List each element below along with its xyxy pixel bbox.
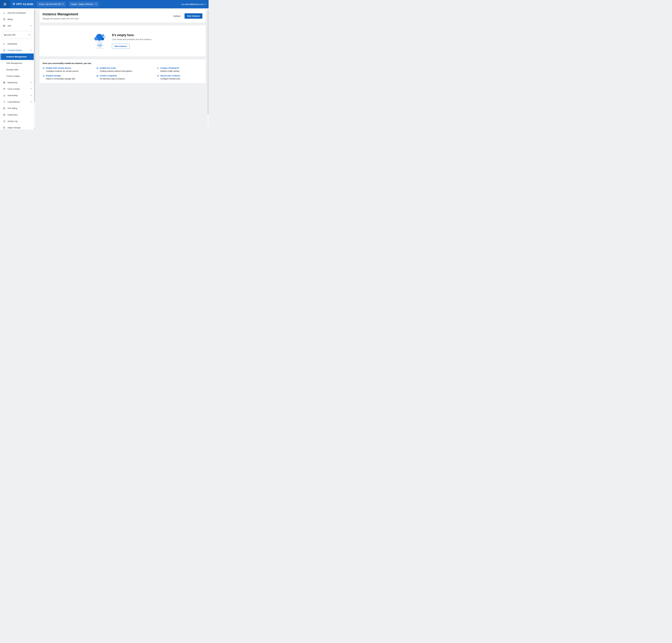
feature-link[interactable]: Enable SSH remote access bbox=[46, 67, 96, 69]
brand-text: FPT CLOUD bbox=[16, 2, 33, 6]
feature-description: Attach a removeable storage disk. bbox=[46, 78, 96, 80]
sidebar-scrollbar[interactable] bbox=[34, 8, 35, 130]
sidebar-item-label: Load Balancer bbox=[8, 101, 20, 103]
refresh-button[interactable]: Refresh bbox=[173, 15, 181, 17]
hamburger-menu-button[interactable] bbox=[0, 0, 10, 8]
autoscaling-icon bbox=[3, 94, 5, 97]
feature-link[interactable]: Secure your instance bbox=[160, 75, 203, 77]
resize-icon bbox=[96, 67, 98, 69]
bar-chart-icon bbox=[3, 43, 5, 45]
tenant-selector[interactable]: Tenant: My New ORG-007 bbox=[37, 2, 65, 7]
sidebar-item-label: IAM bbox=[8, 25, 11, 27]
sidebar-item-dashboard[interactable]: Dashboard bbox=[0, 40, 34, 47]
feature-link[interactable]: Assign a Floating IP bbox=[160, 67, 203, 69]
chevron-down-icon bbox=[30, 95, 32, 96]
chevron-down-icon bbox=[30, 88, 32, 89]
sidebar-item-iam[interactable]: IAM bbox=[0, 23, 34, 29]
sidebar-item-custom-images[interactable]: Custom Images bbox=[0, 73, 34, 79]
sidebar-item-kubernetes[interactable]: Kubernetes bbox=[0, 111, 34, 118]
sidebar-item-billing[interactable]: Billing bbox=[0, 16, 34, 23]
terminal-icon bbox=[42, 67, 45, 69]
chevron-down-icon bbox=[30, 25, 32, 26]
feature-enable-ssh: Enable SSH remote access Configure insta… bbox=[42, 67, 96, 72]
feature-description: Configure instance for remote access. bbox=[46, 70, 96, 72]
feature-floating-ip: Assign a Floating IP Redirect traffic qu… bbox=[157, 67, 203, 72]
feature-description: Scaling instance without interruptions. bbox=[100, 70, 157, 72]
cloud-illustration bbox=[93, 33, 107, 49]
tenant-value: My New ORG-007 bbox=[46, 3, 61, 5]
feature-expand-storage: Expand storage Attach a removeable stora… bbox=[42, 75, 96, 80]
empty-state-subtitle: Let’s create and provision your first in… bbox=[112, 38, 152, 40]
sidebar-item-label: Activity Log bbox=[8, 120, 17, 122]
topbar: FPT CLOUD Tenant: My New ORG-007 Region:… bbox=[0, 0, 209, 8]
sidebar-item-users-roles[interactable]: Users & Roles bbox=[0, 86, 34, 92]
sidebar-item-vpc-billing[interactable]: VPC Billing bbox=[0, 105, 34, 111]
sidebar-item-label: Networking bbox=[8, 82, 17, 84]
monitor-icon bbox=[3, 49, 5, 51]
features-heading: Once you successfully created an instanc… bbox=[42, 62, 203, 64]
feature-description: On-demand copy of instance. bbox=[100, 78, 157, 80]
sidebar-item-autoscaling[interactable]: Autoscaling bbox=[0, 92, 34, 99]
users-icon bbox=[3, 88, 5, 90]
id-card-icon bbox=[3, 25, 5, 27]
empty-new-instance-button[interactable]: New Instance bbox=[112, 44, 130, 49]
sidebar-item-compute-engine[interactable]: Compute Engine bbox=[0, 47, 34, 53]
features-card: Once you successfully created an instanc… bbox=[39, 59, 206, 84]
region-selector[interactable]: Region: Saigon (Vietnam) bbox=[69, 2, 99, 7]
sidebar-item-ssh-management[interactable]: SSH Management bbox=[0, 60, 34, 66]
sidebar-item-instance-management[interactable]: Instance Management bbox=[1, 53, 34, 60]
header-actions: Refresh New Instance bbox=[173, 13, 203, 19]
storage-disk-icon bbox=[42, 75, 45, 77]
caret-down-icon bbox=[28, 34, 30, 35]
sidebar-item-label: Dashboard bbox=[8, 43, 17, 45]
chevron-up-icon bbox=[30, 50, 32, 51]
activity-icon bbox=[3, 120, 5, 122]
page-scrollbar[interactable] bbox=[207, 8, 209, 130]
page-scrollbar-thumb[interactable] bbox=[208, 10, 208, 114]
feature-link[interactable]: Enable hot resize bbox=[100, 67, 157, 69]
features-grid: Enable SSH remote access Configure insta… bbox=[42, 67, 203, 80]
invoice-icon bbox=[3, 107, 5, 110]
brand-logo[interactable]: FPT CLOUD bbox=[12, 2, 33, 6]
caret-down-icon bbox=[62, 4, 64, 4]
sidebar-item-overview-dashboard[interactable]: Overview Dashboard bbox=[0, 10, 34, 16]
sidebar-item-object-storage[interactable]: Object Storage bbox=[0, 124, 34, 130]
feature-link[interactable]: Create a snapshot bbox=[100, 75, 157, 77]
sidebar-item-label: Object Storage bbox=[8, 126, 21, 129]
sidebar-item-label: Billing bbox=[8, 18, 13, 21]
sidebar-item-label: Custom Images bbox=[6, 75, 20, 77]
empty-state-card: It’s empty here. Let’s create and provis… bbox=[39, 25, 206, 57]
sidebar-item-networking[interactable]: Networking bbox=[0, 79, 34, 86]
page-title: Instance Management bbox=[42, 12, 78, 16]
sidebar-item-label: Storage Disks bbox=[6, 69, 19, 71]
fpt-network-icon bbox=[12, 2, 15, 6]
page-subtitle: Manage all instances within the VPC here bbox=[42, 17, 78, 20]
sidebar-item-label: Instance Management bbox=[6, 56, 27, 58]
sidebar: Overview Dashboard Billing IAM My First … bbox=[0, 8, 35, 130]
sidebar-item-activity-log[interactable]: Activity Log bbox=[0, 118, 34, 124]
sidebar-item-load-balancer[interactable]: Load Balancer bbox=[0, 99, 34, 105]
feature-description: Redirect traffic quickly. bbox=[160, 70, 203, 72]
snapshot-camera-icon bbox=[96, 75, 98, 77]
sidebar-item-label: Compute Engine bbox=[8, 49, 22, 51]
vpc-selector[interactable]: My First VPC bbox=[2, 31, 32, 38]
sidebar-item-label: Kubernetes bbox=[8, 114, 17, 116]
account-menu[interactable]: my-admin@fptcloud.com bbox=[181, 3, 206, 5]
scroll-up-icon[interactable] bbox=[34, 8, 35, 10]
scroll-down-icon[interactable] bbox=[34, 128, 35, 130]
new-instance-button[interactable]: New Instance bbox=[184, 13, 203, 19]
stacked-folders-icon bbox=[3, 126, 5, 129]
chevron-down-icon bbox=[30, 101, 32, 102]
sidebar-item-label: SSH Management bbox=[6, 62, 22, 64]
sidebar-item-label: Overview Dashboard bbox=[8, 12, 26, 14]
vpc-selector-value: My First VPC bbox=[4, 34, 16, 36]
feature-link[interactable]: Expand storage bbox=[46, 75, 96, 77]
cube-icon bbox=[3, 113, 5, 116]
feature-description: Configure firewall rules. bbox=[160, 78, 203, 80]
scroll-up-icon[interactable] bbox=[207, 8, 209, 10]
sidebar-item-storage-disks[interactable]: Storage Disks bbox=[0, 66, 34, 73]
caret-down-icon bbox=[205, 4, 206, 4]
anchor-icon bbox=[157, 67, 159, 69]
sidebar-scrollbar-thumb[interactable] bbox=[34, 10, 35, 102]
feature-hot-resize: Enable hot resize Scaling instance witho… bbox=[96, 67, 157, 72]
